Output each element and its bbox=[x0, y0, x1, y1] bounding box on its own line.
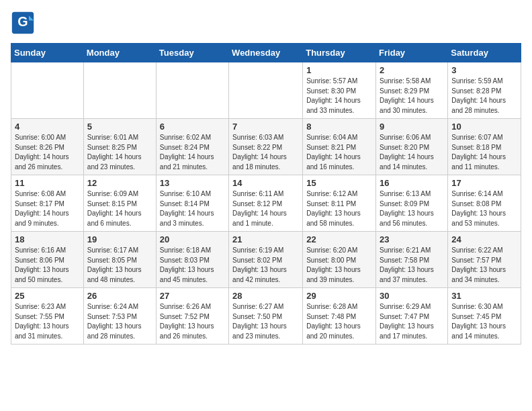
day-info: Sunrise: 6:24 AM Sunset: 7:53 PM Dayligh… bbox=[87, 302, 152, 341]
day-number: 14 bbox=[232, 178, 299, 188]
day-number: 30 bbox=[380, 291, 444, 301]
day-info: Sunrise: 6:14 AM Sunset: 8:08 PM Dayligh… bbox=[451, 189, 517, 228]
calendar-cell bbox=[229, 62, 303, 119]
calendar-cell: 16Sunrise: 6:13 AM Sunset: 8:09 PM Dayli… bbox=[376, 175, 448, 232]
day-info: Sunrise: 5:58 AM Sunset: 8:29 PM Dayligh… bbox=[380, 77, 444, 116]
day-number: 8 bbox=[306, 122, 372, 132]
day-info: Sunrise: 6:06 AM Sunset: 8:20 PM Dayligh… bbox=[380, 133, 444, 172]
day-info: Sunrise: 6:30 AM Sunset: 7:45 PM Dayligh… bbox=[451, 302, 517, 341]
day-info: Sunrise: 5:57 AM Sunset: 8:30 PM Dayligh… bbox=[306, 77, 372, 116]
day-number: 7 bbox=[232, 122, 299, 132]
weekday-header-tuesday: Tuesday bbox=[156, 44, 228, 62]
svg-text:G: G bbox=[17, 14, 28, 29]
day-info: Sunrise: 6:08 AM Sunset: 8:17 PM Dayligh… bbox=[15, 189, 80, 228]
day-info: Sunrise: 6:03 AM Sunset: 8:22 PM Dayligh… bbox=[232, 133, 299, 172]
day-number: 20 bbox=[160, 234, 225, 244]
calendar-cell: 20Sunrise: 6:18 AM Sunset: 8:03 PM Dayli… bbox=[156, 232, 228, 288]
day-number: 27 bbox=[160, 291, 225, 301]
calendar-cell: 24Sunrise: 6:22 AM Sunset: 7:57 PM Dayli… bbox=[448, 232, 521, 288]
calendar-cell: 27Sunrise: 6:26 AM Sunset: 7:52 PM Dayli… bbox=[156, 288, 228, 345]
weekday-header-sunday: Sunday bbox=[11, 44, 84, 62]
day-number: 15 bbox=[306, 178, 372, 188]
day-info: Sunrise: 6:02 AM Sunset: 8:24 PM Dayligh… bbox=[160, 133, 225, 172]
day-number: 11 bbox=[15, 178, 80, 188]
day-info: Sunrise: 6:10 AM Sunset: 8:14 PM Dayligh… bbox=[160, 189, 225, 228]
calendar-cell: 7Sunrise: 6:03 AM Sunset: 8:22 PM Daylig… bbox=[229, 119, 303, 175]
calendar-cell: 25Sunrise: 6:23 AM Sunset: 7:55 PM Dayli… bbox=[11, 288, 84, 345]
calendar-cell: 15Sunrise: 6:12 AM Sunset: 8:11 PM Dayli… bbox=[303, 175, 376, 232]
day-number: 10 bbox=[451, 122, 517, 132]
calendar-cell: 9Sunrise: 6:06 AM Sunset: 8:20 PM Daylig… bbox=[376, 119, 448, 175]
calendar-cell: 6Sunrise: 6:02 AM Sunset: 8:24 PM Daylig… bbox=[156, 119, 228, 175]
day-info: Sunrise: 6:23 AM Sunset: 7:55 PM Dayligh… bbox=[15, 302, 80, 341]
day-number: 19 bbox=[87, 234, 152, 244]
weekday-header-thursday: Thursday bbox=[303, 44, 376, 62]
day-number: 25 bbox=[15, 291, 80, 301]
day-number: 31 bbox=[451, 291, 517, 301]
day-number: 4 bbox=[15, 122, 80, 132]
calendar-cell: 12Sunrise: 6:09 AM Sunset: 8:15 PM Dayli… bbox=[83, 175, 156, 232]
day-info: Sunrise: 6:16 AM Sunset: 8:06 PM Dayligh… bbox=[15, 246, 80, 285]
calendar-cell bbox=[83, 62, 156, 119]
logo: G bbox=[11, 11, 38, 35]
day-info: Sunrise: 6:00 AM Sunset: 8:26 PM Dayligh… bbox=[15, 133, 80, 172]
weekday-header-wednesday: Wednesday bbox=[229, 44, 303, 62]
day-info: Sunrise: 6:20 AM Sunset: 8:00 PM Dayligh… bbox=[306, 246, 372, 285]
day-number: 22 bbox=[306, 234, 372, 244]
weekday-header-monday: Monday bbox=[83, 44, 156, 62]
calendar-cell: 29Sunrise: 6:28 AM Sunset: 7:48 PM Dayli… bbox=[303, 288, 376, 345]
day-info: Sunrise: 6:04 AM Sunset: 8:21 PM Dayligh… bbox=[306, 133, 372, 172]
weekday-header-saturday: Saturday bbox=[448, 44, 521, 62]
day-number: 28 bbox=[232, 291, 299, 301]
day-number: 13 bbox=[160, 178, 225, 188]
day-number: 2 bbox=[380, 65, 444, 75]
calendar-cell: 28Sunrise: 6:27 AM Sunset: 7:50 PM Dayli… bbox=[229, 288, 303, 345]
calendar-cell: 4Sunrise: 6:00 AM Sunset: 8:26 PM Daylig… bbox=[11, 119, 84, 175]
day-number: 26 bbox=[87, 291, 152, 301]
day-info: Sunrise: 6:09 AM Sunset: 8:15 PM Dayligh… bbox=[87, 189, 152, 228]
calendar-cell: 3Sunrise: 5:59 AM Sunset: 8:28 PM Daylig… bbox=[448, 62, 521, 119]
day-number: 23 bbox=[380, 234, 444, 244]
calendar-cell: 5Sunrise: 6:01 AM Sunset: 8:25 PM Daylig… bbox=[83, 119, 156, 175]
calendar-cell: 10Sunrise: 6:07 AM Sunset: 8:18 PM Dayli… bbox=[448, 119, 521, 175]
day-info: Sunrise: 6:19 AM Sunset: 8:02 PM Dayligh… bbox=[232, 246, 299, 285]
day-number: 21 bbox=[232, 234, 299, 244]
calendar-table: SundayMondayTuesdayWednesdayThursdayFrid… bbox=[11, 43, 521, 345]
calendar-cell: 17Sunrise: 6:14 AM Sunset: 8:08 PM Dayli… bbox=[448, 175, 521, 232]
weekday-header-friday: Friday bbox=[376, 44, 448, 62]
calendar-cell: 31Sunrise: 6:30 AM Sunset: 7:45 PM Dayli… bbox=[448, 288, 521, 345]
calendar-cell: 30Sunrise: 6:29 AM Sunset: 7:47 PM Dayli… bbox=[376, 288, 448, 345]
day-info: Sunrise: 6:27 AM Sunset: 7:50 PM Dayligh… bbox=[232, 302, 299, 341]
calendar-cell: 13Sunrise: 6:10 AM Sunset: 8:14 PM Dayli… bbox=[156, 175, 228, 232]
day-number: 17 bbox=[451, 178, 517, 188]
calendar-cell bbox=[156, 62, 228, 119]
day-info: Sunrise: 6:13 AM Sunset: 8:09 PM Dayligh… bbox=[380, 189, 444, 228]
day-number: 5 bbox=[87, 122, 152, 132]
calendar-cell: 19Sunrise: 6:17 AM Sunset: 8:05 PM Dayli… bbox=[83, 232, 156, 288]
day-info: Sunrise: 6:07 AM Sunset: 8:18 PM Dayligh… bbox=[451, 133, 517, 172]
calendar-cell: 2Sunrise: 5:58 AM Sunset: 8:29 PM Daylig… bbox=[376, 62, 448, 119]
day-info: Sunrise: 6:11 AM Sunset: 8:12 PM Dayligh… bbox=[232, 189, 299, 228]
calendar-cell: 8Sunrise: 6:04 AM Sunset: 8:21 PM Daylig… bbox=[303, 119, 376, 175]
day-info: Sunrise: 6:26 AM Sunset: 7:52 PM Dayligh… bbox=[160, 302, 225, 341]
day-number: 3 bbox=[451, 65, 517, 75]
day-info: Sunrise: 6:29 AM Sunset: 7:47 PM Dayligh… bbox=[380, 302, 444, 341]
page-header: G bbox=[11, 11, 521, 35]
day-number: 24 bbox=[451, 234, 517, 244]
day-number: 18 bbox=[15, 234, 80, 244]
calendar-cell: 21Sunrise: 6:19 AM Sunset: 8:02 PM Dayli… bbox=[229, 232, 303, 288]
calendar-cell: 22Sunrise: 6:20 AM Sunset: 8:00 PM Dayli… bbox=[303, 232, 376, 288]
calendar-cell: 23Sunrise: 6:21 AM Sunset: 7:58 PM Dayli… bbox=[376, 232, 448, 288]
logo-icon: G bbox=[11, 11, 35, 35]
day-number: 9 bbox=[380, 122, 444, 132]
day-info: Sunrise: 6:17 AM Sunset: 8:05 PM Dayligh… bbox=[87, 246, 152, 285]
calendar-cell: 11Sunrise: 6:08 AM Sunset: 8:17 PM Dayli… bbox=[11, 175, 84, 232]
calendar-cell bbox=[11, 62, 84, 119]
day-info: Sunrise: 6:28 AM Sunset: 7:48 PM Dayligh… bbox=[306, 302, 372, 341]
day-info: Sunrise: 5:59 AM Sunset: 8:28 PM Dayligh… bbox=[451, 77, 517, 116]
calendar-cell: 14Sunrise: 6:11 AM Sunset: 8:12 PM Dayli… bbox=[229, 175, 303, 232]
day-number: 29 bbox=[306, 291, 372, 301]
day-info: Sunrise: 6:01 AM Sunset: 8:25 PM Dayligh… bbox=[87, 133, 152, 172]
day-number: 6 bbox=[160, 122, 225, 132]
day-number: 12 bbox=[87, 178, 152, 188]
